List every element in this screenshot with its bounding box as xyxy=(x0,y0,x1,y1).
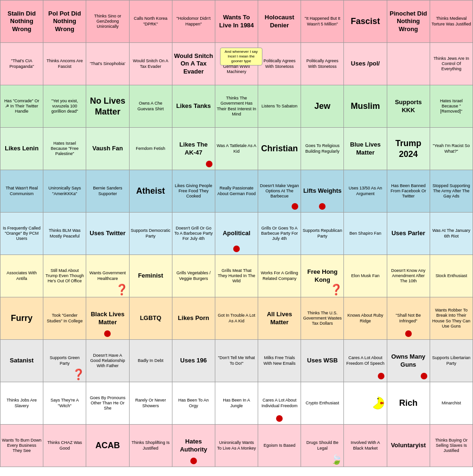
cell-text-7-5: Grills Vegetables / Veggie Burgers xyxy=(174,257,213,295)
cell-text-8-6: Got In Trouble A Lot As A Kid xyxy=(217,299,256,337)
cell-5-11: Stopped Supporting The Army After The Ga… xyxy=(430,170,473,213)
cell-9-6: "Don't Tell Me What To Do!" xyxy=(215,340,258,382)
cell-3-3: No Lives Matter xyxy=(86,85,129,128)
cell-text-2-9: Uses /pol/ xyxy=(345,45,385,83)
svg-point-2 xyxy=(382,402,384,404)
cell-2-7: Politically Agrees With Stonetoss xyxy=(258,43,301,85)
cell-text-9-11: Supports Libertarian Party xyxy=(432,342,471,380)
cell-4-2: Hates Israel Because "Free Palestine" xyxy=(43,128,86,170)
cell-text-2-1: "That's CIA Propaganda" xyxy=(2,45,41,83)
cell-1-3: Thinks Sino or GenZedong Unironically xyxy=(86,0,129,43)
cell-9-1: Satanist xyxy=(0,340,43,382)
cell-text-4-3: Vaush Fan xyxy=(88,130,127,168)
svg-point-0 xyxy=(377,398,379,400)
cell-5-3: Bernie Sanders Supporter xyxy=(86,170,129,213)
cell-8-10: "Shall Not Be Infringed" xyxy=(387,297,430,340)
cell-text-3-6: Thinks The Government Has Their Best Int… xyxy=(217,87,256,125)
cell-10-7: Cares A Lot About Individual Freedom xyxy=(258,382,301,425)
cell-10-2: Says They're A "Witch" xyxy=(43,382,86,425)
cell-5-2: Unironically Says "AmeriKKKa" xyxy=(43,170,86,213)
cell-8-2: Took "Gender Studies" In College xyxy=(43,297,86,340)
cell-10-4: Rarely Or Never Showers xyxy=(130,382,172,425)
cell-text-9-4: Badly In Debt xyxy=(131,342,171,380)
cell-8-9: Knows About Ruby Ridge xyxy=(344,297,387,340)
cell-1-7: Holocaust Denier xyxy=(258,0,301,43)
cell-11-10: Voluntaryist xyxy=(387,425,430,467)
cell-9-10: Owns Many Guns xyxy=(387,340,430,382)
cell-3-11: Hates Israel Because "[Removed]" xyxy=(430,85,473,128)
cell-4-7: Christian xyxy=(258,128,301,170)
cell-text-4-8: Goes To Religious Building Regularly xyxy=(302,130,342,168)
cell-text-3-9: Muslim xyxy=(345,87,385,125)
cell-text-3-2: "Yet you exist, vuvuzela 100 gorillion d… xyxy=(45,87,84,125)
cell-5-5: Likes Giving People Free Food They Cooke… xyxy=(172,170,215,213)
cell-6-11: Was At The January 6th Riot xyxy=(430,213,473,255)
cell-text-6-5: Doesn't Grill Or Go To A Barbecue Party … xyxy=(174,214,213,253)
cell-11-9: Involved With A Black Market xyxy=(344,425,387,467)
cell-3-8: Jew xyxy=(301,85,344,128)
cell-text-7-9: Elon Musk Fan xyxy=(345,257,385,295)
cell-10-3: Goes By Pronouns Other Than He Or She xyxy=(86,382,129,425)
red-dot-9-10 xyxy=(421,373,427,379)
cell-text-5-11: Stopped Supporting The Army After The Ga… xyxy=(432,172,471,210)
cell-text-4-11: "Yeah I'm Racist So What?" xyxy=(432,130,471,168)
cell-text-1-10: Pinochet Did Nothing Wrong xyxy=(389,2,428,41)
cell-text-3-4: Owns A Che Guevara Shirt xyxy=(131,87,171,125)
cell-text-5-10: Has Been Banned From Facebook Or Twitter xyxy=(389,172,428,210)
cell-11-3: ACAB xyxy=(86,425,129,467)
cell-5-8: Lifts Weights xyxy=(301,170,344,213)
cell-8-1: Furry xyxy=(0,297,43,340)
cell-5-1: That Wasn't Real Communism xyxy=(0,170,43,213)
cell-4-5: Likes The AK-47 xyxy=(172,128,215,170)
cell-4-8: Goes To Religious Building Regularly xyxy=(301,128,344,170)
cell-text-11-6: Unironically Wants To Live As A Monkey xyxy=(217,427,256,465)
cell-text-7-6: Grills Meat That They Hunted In The Wild xyxy=(217,257,256,295)
cell-text-9-8: Uses WSB xyxy=(302,342,342,380)
cell-9-8: Uses WSB xyxy=(301,340,344,382)
cell-6-4: Supports Democratic Party xyxy=(130,213,172,255)
cell-text-6-11: Was At The January 6th Riot xyxy=(432,214,471,253)
cell-11-4: Thinks Shoplifting Is Justified xyxy=(130,425,172,467)
cell-text-1-6: Wants To Live In 1984 xyxy=(217,2,256,41)
cell-text-3-8: Jew xyxy=(302,87,342,125)
cell-1-4: Calls North Korea "DPRK" xyxy=(130,0,172,43)
cell-text-2-11: Thinks Jews Are In Control Of Everything xyxy=(432,45,471,83)
cell-5-10: Has Been Banned From Facebook Or Twitter xyxy=(387,170,430,213)
cell-7-4: Feminist xyxy=(130,255,172,297)
cell-text-1-4: Calls North Korea "DPRK" xyxy=(131,2,171,41)
cell-text-7-2: Still Mad About Trump Even Though He's O… xyxy=(45,257,84,295)
cell-4-4: Femdom Fetish xyxy=(130,128,172,170)
cell-text-8-7: All Lives Matter xyxy=(260,299,299,337)
cell-3-4: Owns A Che Guevara Shirt xyxy=(130,85,172,128)
cell-5-7: Doesn't Make Vegan Options At The Barbec… xyxy=(258,170,301,213)
cell-5-9: Uses 13/50 As An Argument xyxy=(344,170,387,213)
cell-text-9-7: Milks Free Trials With New Emails xyxy=(260,342,299,380)
cell-text-3-11: Hates Israel Because "[Removed]" xyxy=(432,87,471,125)
cell-6-1: Is Frequently Called "Orange" By PCM Use… xyxy=(0,213,43,255)
cell-text-6-10: Uses Parler xyxy=(389,214,428,253)
bingo-grid: Stalin Did Nothing Wrong Pol Pot Did Not… xyxy=(0,0,473,467)
pacman-icon xyxy=(371,393,385,414)
cell-7-1: Associates With Antifa xyxy=(0,255,43,297)
cell-11-2: Thinks CHAZ Was Good xyxy=(43,425,86,467)
cell-text-8-8: Thinks The U.S. Government Wastes Tax Do… xyxy=(302,299,342,337)
red-dot-11-5 xyxy=(190,458,197,464)
cell-text-7-11: Stock Enthusiast xyxy=(432,257,471,295)
cell-text-8-4: LGBTQ xyxy=(131,299,171,337)
cell-4-11: "Yeah I'm Racist So What?" xyxy=(430,128,473,170)
cell-1-10: Pinochet Did Nothing Wrong xyxy=(387,0,430,43)
cell-9-2: Supports Green Party ❓ xyxy=(43,340,86,382)
cell-9-7: Milks Free Trials With New Emails xyxy=(258,340,301,382)
cell-2-9: Uses /pol/ xyxy=(344,43,387,85)
cell-text-8-9: Knows About Ruby Ridge xyxy=(345,299,385,337)
cell-text-6-8: Supports Republican Party xyxy=(302,214,342,253)
cell-6-6: Apolitical xyxy=(215,213,258,255)
cell-text-4-9: Blue Lives Matter xyxy=(345,130,385,168)
cell-text-5-4: Atheist xyxy=(131,172,171,210)
cell-11-7: Egoism Is Based xyxy=(258,425,301,467)
cell-text-6-4: Supports Democratic Party xyxy=(131,214,171,253)
cell-11-8: Drugs Should Be Legal 🍃 xyxy=(301,425,344,467)
question-mark-7-8: ❓ xyxy=(330,283,343,296)
cell-text-9-5: Uses 196 xyxy=(174,342,213,380)
cell-text-4-4: Femdom Fetish xyxy=(131,130,171,168)
